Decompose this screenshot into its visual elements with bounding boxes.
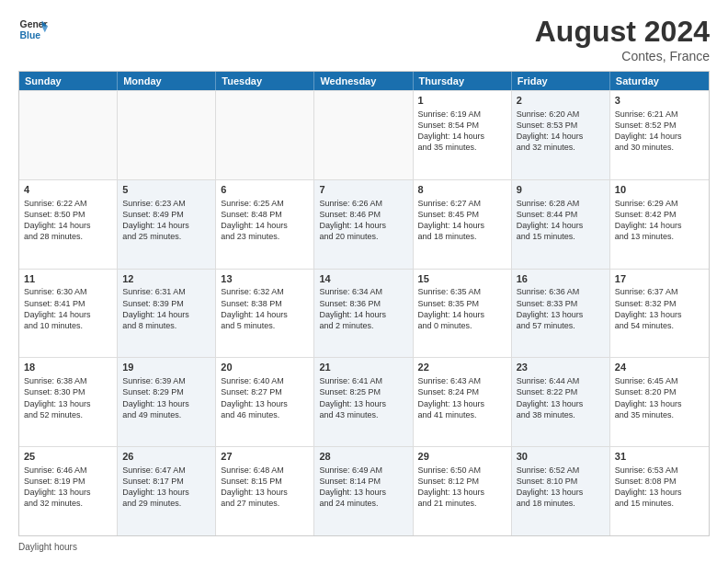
cal-cell-2-4: 15Sunrise: 6:35 AM Sunset: 8:35 PM Dayli… [414, 270, 512, 358]
day-info-4-5: Sunrise: 6:52 AM Sunset: 8:10 PM Dayligh… [517, 465, 584, 508]
day-num-4-0: 25 [24, 450, 112, 464]
cal-cell-0-4: 1Sunrise: 6:19 AM Sunset: 8:54 PM Daylig… [414, 91, 512, 179]
svg-text:Blue: Blue [20, 30, 41, 40]
cal-cell-2-6: 17Sunrise: 6:37 AM Sunset: 8:32 PM Dayli… [610, 270, 709, 358]
cal-row-0: 1Sunrise: 6:19 AM Sunset: 8:54 PM Daylig… [19, 90, 709, 179]
day-info-0-6: Sunrise: 6:21 AM Sunset: 8:52 PM Dayligh… [615, 109, 682, 152]
header-friday: Friday [512, 72, 610, 90]
day-num-2-5: 16 [517, 272, 605, 286]
cal-cell-0-6: 3Sunrise: 6:21 AM Sunset: 8:52 PM Daylig… [610, 91, 709, 179]
day-num-3-2: 20 [221, 361, 309, 374]
cal-cell-2-5: 16Sunrise: 6:36 AM Sunset: 8:33 PM Dayli… [512, 270, 610, 358]
cal-cell-3-6: 24Sunrise: 6:45 AM Sunset: 8:20 PM Dayli… [610, 358, 709, 446]
day-info-2-3: Sunrise: 6:34 AM Sunset: 8:36 PM Dayligh… [319, 287, 386, 329]
legend: Daylight hours [18, 542, 710, 552]
cal-row-1: 4Sunrise: 6:22 AM Sunset: 8:50 PM Daylig… [19, 179, 709, 269]
legend-label: Daylight hours [18, 542, 77, 552]
cal-cell-0-2 [216, 91, 314, 179]
cal-cell-0-0 [19, 91, 118, 179]
page: General Blue August 2024 Contes, France … [0, 0, 728, 563]
cal-cell-3-4: 22Sunrise: 6:43 AM Sunset: 8:24 PM Dayli… [414, 358, 512, 446]
header: General Blue August 2024 Contes, France [18, 15, 710, 63]
day-num-1-3: 7 [319, 183, 407, 197]
cal-cell-4-2: 27Sunrise: 6:48 AM Sunset: 8:15 PM Dayli… [216, 447, 314, 535]
day-info-2-5: Sunrise: 6:36 AM Sunset: 8:33 PM Dayligh… [517, 287, 584, 329]
calendar-body: 1Sunrise: 6:19 AM Sunset: 8:54 PM Daylig… [19, 90, 709, 535]
day-info-1-1: Sunrise: 6:23 AM Sunset: 8:49 PM Dayligh… [122, 199, 189, 241]
day-info-0-4: Sunrise: 6:19 AM Sunset: 8:54 PM Dayligh… [418, 109, 485, 152]
day-num-4-1: 26 [122, 450, 210, 464]
day-info-4-2: Sunrise: 6:48 AM Sunset: 8:15 PM Dayligh… [221, 465, 288, 508]
cal-row-4: 25Sunrise: 6:46 AM Sunset: 8:19 PM Dayli… [19, 446, 709, 535]
cal-cell-4-0: 25Sunrise: 6:46 AM Sunset: 8:19 PM Dayli… [19, 447, 118, 535]
day-num-1-4: 8 [418, 183, 506, 197]
day-num-4-6: 31 [615, 450, 704, 464]
cal-cell-2-3: 14Sunrise: 6:34 AM Sunset: 8:36 PM Dayli… [314, 270, 413, 358]
header-saturday: Saturday [610, 72, 709, 90]
cal-cell-0-5: 2Sunrise: 6:20 AM Sunset: 8:53 PM Daylig… [512, 91, 610, 179]
day-num-2-6: 17 [615, 272, 704, 286]
day-info-4-6: Sunrise: 6:53 AM Sunset: 8:08 PM Dayligh… [615, 465, 682, 508]
day-info-4-0: Sunrise: 6:46 AM Sunset: 8:19 PM Dayligh… [24, 465, 91, 508]
cal-cell-3-2: 20Sunrise: 6:40 AM Sunset: 8:27 PM Dayli… [216, 358, 314, 446]
day-info-1-3: Sunrise: 6:26 AM Sunset: 8:46 PM Dayligh… [319, 199, 386, 241]
cal-cell-4-5: 30Sunrise: 6:52 AM Sunset: 8:10 PM Dayli… [512, 447, 610, 535]
day-num-1-6: 10 [615, 183, 704, 197]
day-info-3-6: Sunrise: 6:45 AM Sunset: 8:20 PM Dayligh… [615, 376, 682, 419]
cal-cell-1-4: 8Sunrise: 6:27 AM Sunset: 8:45 PM Daylig… [414, 180, 512, 269]
day-info-4-4: Sunrise: 6:50 AM Sunset: 8:12 PM Dayligh… [418, 465, 485, 508]
logo-icon: General Blue [18, 15, 48, 44]
day-num-2-4: 15 [418, 272, 506, 286]
header-wednesday: Wednesday [314, 72, 413, 90]
cal-cell-4-4: 29Sunrise: 6:50 AM Sunset: 8:12 PM Dayli… [414, 447, 512, 535]
day-info-2-2: Sunrise: 6:32 AM Sunset: 8:38 PM Dayligh… [221, 287, 288, 329]
day-num-4-4: 29 [418, 450, 506, 464]
day-info-3-3: Sunrise: 6:41 AM Sunset: 8:25 PM Dayligh… [319, 376, 386, 419]
day-info-3-2: Sunrise: 6:40 AM Sunset: 8:27 PM Dayligh… [221, 376, 288, 419]
day-info-0-5: Sunrise: 6:20 AM Sunset: 8:53 PM Dayligh… [517, 109, 584, 152]
day-num-3-6: 24 [615, 361, 704, 374]
day-num-2-0: 11 [24, 272, 112, 286]
day-info-1-6: Sunrise: 6:29 AM Sunset: 8:42 PM Dayligh… [615, 199, 682, 241]
cal-cell-3-0: 18Sunrise: 6:38 AM Sunset: 8:30 PM Dayli… [19, 358, 118, 446]
cal-cell-2-1: 12Sunrise: 6:31 AM Sunset: 8:39 PM Dayli… [118, 270, 216, 358]
cal-cell-3-3: 21Sunrise: 6:41 AM Sunset: 8:25 PM Dayli… [314, 358, 413, 446]
day-num-2-1: 12 [122, 272, 210, 286]
cal-cell-1-1: 5Sunrise: 6:23 AM Sunset: 8:49 PM Daylig… [118, 180, 216, 269]
day-num-1-5: 9 [517, 183, 605, 197]
day-info-4-3: Sunrise: 6:49 AM Sunset: 8:14 PM Dayligh… [319, 465, 386, 508]
day-info-2-0: Sunrise: 6:30 AM Sunset: 8:41 PM Dayligh… [24, 287, 91, 329]
cal-row-2: 11Sunrise: 6:30 AM Sunset: 8:41 PM Dayli… [19, 269, 709, 358]
day-info-3-0: Sunrise: 6:38 AM Sunset: 8:30 PM Dayligh… [24, 376, 91, 419]
day-num-0-6: 3 [615, 94, 704, 108]
day-num-4-3: 28 [319, 450, 407, 464]
cal-cell-0-1 [118, 91, 216, 179]
header-thursday: Thursday [414, 72, 512, 90]
day-info-4-1: Sunrise: 6:47 AM Sunset: 8:17 PM Dayligh… [122, 465, 189, 508]
day-info-1-0: Sunrise: 6:22 AM Sunset: 8:50 PM Dayligh… [24, 199, 91, 241]
day-num-0-5: 2 [517, 94, 605, 108]
day-num-1-1: 5 [122, 183, 210, 197]
day-info-1-5: Sunrise: 6:28 AM Sunset: 8:44 PM Dayligh… [517, 199, 584, 241]
title-block: August 2024 Contes, France [535, 15, 710, 63]
calendar: Sunday Monday Tuesday Wednesday Thursday… [18, 71, 710, 536]
location-subtitle: Contes, France [535, 49, 710, 63]
day-num-2-3: 14 [319, 272, 407, 286]
day-num-3-1: 19 [122, 361, 210, 374]
header-monday: Monday [118, 72, 216, 90]
cal-cell-0-3 [314, 91, 413, 179]
day-info-2-4: Sunrise: 6:35 AM Sunset: 8:35 PM Dayligh… [418, 287, 485, 329]
day-num-4-5: 30 [517, 450, 605, 464]
day-num-0-4: 1 [418, 94, 506, 108]
day-num-1-2: 6 [221, 183, 309, 197]
day-info-3-4: Sunrise: 6:43 AM Sunset: 8:24 PM Dayligh… [418, 376, 485, 419]
day-info-2-1: Sunrise: 6:31 AM Sunset: 8:39 PM Dayligh… [122, 287, 189, 329]
day-num-2-2: 13 [221, 272, 309, 286]
day-info-3-1: Sunrise: 6:39 AM Sunset: 8:29 PM Dayligh… [122, 376, 189, 419]
cal-cell-1-0: 4Sunrise: 6:22 AM Sunset: 8:50 PM Daylig… [19, 180, 118, 269]
day-num-3-0: 18 [24, 361, 112, 374]
cal-cell-4-1: 26Sunrise: 6:47 AM Sunset: 8:17 PM Dayli… [118, 447, 216, 535]
cal-cell-3-5: 23Sunrise: 6:44 AM Sunset: 8:22 PM Dayli… [512, 358, 610, 446]
day-num-1-0: 4 [24, 183, 112, 197]
month-year-title: August 2024 [535, 15, 710, 49]
